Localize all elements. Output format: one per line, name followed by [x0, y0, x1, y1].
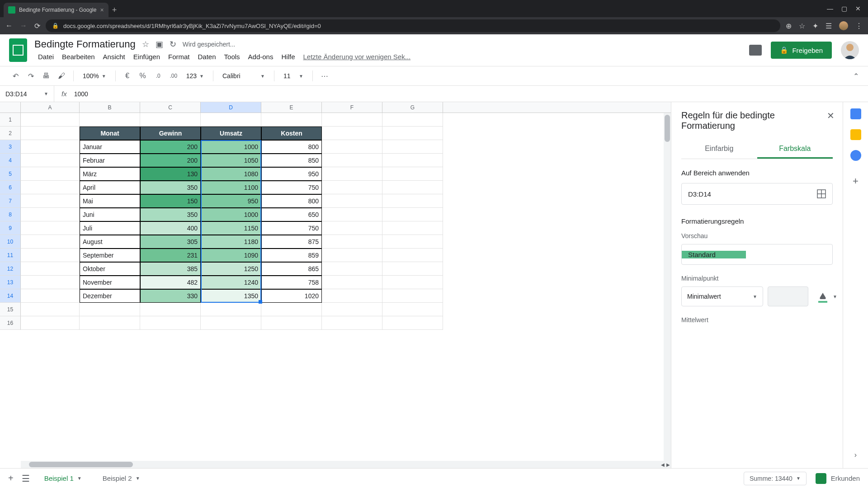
- collapse-toolbar-icon[interactable]: ⌃: [853, 72, 859, 80]
- cell[interactable]: [322, 249, 382, 262]
- menu-ansicht[interactable]: Ansicht: [99, 51, 129, 62]
- cell[interactable]: November: [80, 276, 140, 289]
- cell[interactable]: [382, 167, 443, 181]
- minpoint-color-button[interactable]: ▼: [813, 286, 833, 306]
- cell[interactable]: 1080: [201, 167, 261, 181]
- cell[interactable]: [322, 127, 382, 140]
- cell[interactable]: [21, 113, 80, 127]
- row-header[interactable]: 14: [0, 289, 21, 303]
- minpoint-value-input[interactable]: [768, 286, 808, 306]
- profile-avatar-icon[interactable]: [839, 21, 848, 30]
- row-header[interactable]: 15: [0, 303, 21, 316]
- column-header[interactable]: B: [80, 102, 140, 113]
- formula-input[interactable]: 1000: [74, 90, 88, 98]
- cell[interactable]: 800: [261, 194, 322, 208]
- cell[interactable]: 305: [140, 235, 201, 249]
- cell[interactable]: [21, 167, 80, 181]
- star-icon[interactable]: ☆: [142, 39, 149, 49]
- cell[interactable]: [322, 289, 382, 303]
- cell[interactable]: Umsatz: [201, 127, 261, 140]
- cell[interactable]: 1090: [201, 249, 261, 262]
- cell[interactable]: [201, 303, 261, 316]
- zoom-select[interactable]: 100%▼: [79, 72, 110, 80]
- increase-decimal-button[interactable]: .00: [167, 70, 180, 82]
- cell[interactable]: 482: [140, 276, 201, 289]
- cell[interactable]: 1180: [201, 235, 261, 249]
- menu-einfuegen[interactable]: Einfügen: [130, 51, 164, 62]
- comments-icon[interactable]: [749, 45, 762, 56]
- cell[interactable]: [382, 181, 443, 194]
- cloud-sync-icon[interactable]: ↻: [170, 39, 176, 49]
- close-tab-icon[interactable]: ×: [100, 6, 104, 14]
- new-tab-button[interactable]: +: [112, 5, 117, 15]
- cell[interactable]: 950: [201, 194, 261, 208]
- cell[interactable]: [322, 221, 382, 235]
- row-header[interactable]: 11: [0, 249, 21, 262]
- calendar-icon[interactable]: [850, 108, 861, 119]
- cell[interactable]: [21, 235, 80, 249]
- doc-title[interactable]: Bedingte Formatierung: [34, 38, 136, 50]
- quicksum-box[interactable]: Summe: 13440▼: [744, 472, 807, 485]
- menu-bearbeiten[interactable]: Bearbeiten: [58, 51, 99, 62]
- cell[interactable]: [322, 262, 382, 276]
- cell[interactable]: [322, 208, 382, 221]
- cell[interactable]: [322, 181, 382, 194]
- cell[interactable]: August: [80, 235, 140, 249]
- move-folder-icon[interactable]: ▣: [156, 39, 163, 49]
- minimize-icon[interactable]: —: [827, 5, 833, 12]
- explore-button[interactable]: Erkunden: [816, 473, 860, 484]
- undo-icon[interactable]: ↶: [9, 70, 22, 82]
- row-header[interactable]: 16: [0, 316, 21, 330]
- cell[interactable]: 1000: [201, 208, 261, 221]
- row-header[interactable]: 8: [0, 208, 21, 221]
- cell[interactable]: Monat: [80, 127, 140, 140]
- cell[interactable]: [140, 303, 201, 316]
- cell[interactable]: Januar: [80, 140, 140, 154]
- cell[interactable]: 865: [261, 262, 322, 276]
- column-header[interactable]: A: [21, 102, 80, 113]
- cell[interactable]: 758: [261, 276, 322, 289]
- reading-list-icon[interactable]: ☰: [826, 22, 832, 30]
- cell[interactable]: [21, 303, 80, 316]
- cell[interactable]: [382, 276, 443, 289]
- cell[interactable]: [322, 113, 382, 127]
- cell[interactable]: 875: [261, 235, 322, 249]
- row-header[interactable]: 7: [0, 194, 21, 208]
- menu-hilfe[interactable]: Hilfe: [278, 51, 298, 62]
- cell[interactable]: Mai: [80, 194, 140, 208]
- cell[interactable]: Oktober: [80, 262, 140, 276]
- cell[interactable]: 130: [140, 167, 201, 181]
- zoom-reset-icon[interactable]: ⊕: [786, 22, 792, 30]
- vertical-scrollbar[interactable]: [664, 113, 671, 468]
- column-header[interactable]: G: [382, 102, 443, 113]
- browser-tab[interactable]: Bedingte Formatierung - Google ×: [4, 3, 108, 17]
- cell[interactable]: [322, 154, 382, 167]
- spreadsheet-grid[interactable]: ABCDEFG 12345678910111213141516 MonatGew…: [0, 102, 671, 468]
- cell[interactable]: [322, 167, 382, 181]
- cell[interactable]: [382, 127, 443, 140]
- add-addon-icon[interactable]: +: [853, 175, 859, 187]
- menu-tools[interactable]: Tools: [221, 51, 244, 62]
- row-header[interactable]: 10: [0, 235, 21, 249]
- cell[interactable]: [322, 235, 382, 249]
- cell[interactable]: [382, 235, 443, 249]
- cell[interactable]: [382, 289, 443, 303]
- cell[interactable]: 1350: [201, 289, 261, 303]
- scroll-right-icon[interactable]: ▶: [666, 462, 670, 467]
- row-header[interactable]: 4: [0, 154, 21, 167]
- cell[interactable]: [322, 316, 382, 330]
- minpoint-select[interactable]: Minimalwert▼: [681, 286, 763, 306]
- sheets-logo-icon[interactable]: [9, 38, 27, 62]
- cell[interactable]: [261, 113, 322, 127]
- column-header[interactable]: D: [201, 102, 261, 113]
- cell[interactable]: 330: [140, 289, 201, 303]
- extensions-icon[interactable]: ✦: [812, 22, 818, 30]
- cell[interactable]: [322, 276, 382, 289]
- range-input[interactable]: D3:D14: [681, 183, 833, 205]
- column-header[interactable]: E: [261, 102, 322, 113]
- cell[interactable]: 1000: [201, 140, 261, 154]
- all-sheets-icon[interactable]: ☰: [22, 473, 30, 484]
- cell[interactable]: 1020: [261, 289, 322, 303]
- cell[interactable]: [382, 262, 443, 276]
- cell[interactable]: 650: [261, 208, 322, 221]
